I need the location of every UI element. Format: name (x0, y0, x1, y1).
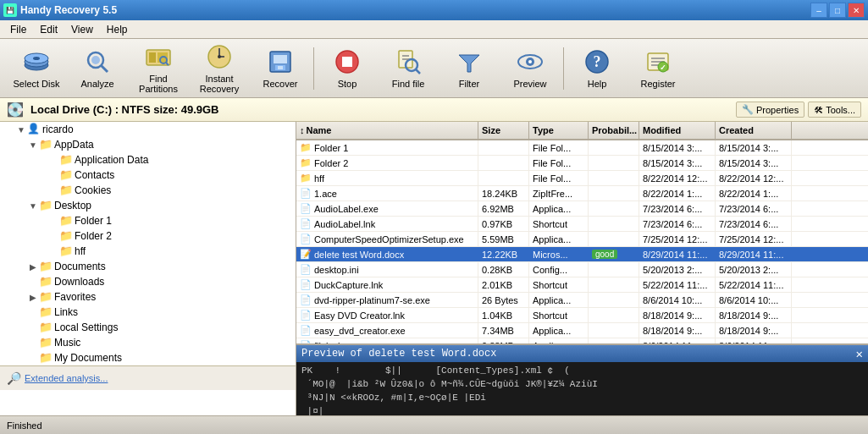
table-row[interactable]: 📄AudioLabel.lnk0.97KBShortcut7/23/2014 6… (296, 217, 868, 232)
tree-item-contacts[interactable]: ▶ 📁 Contacts (0, 168, 296, 183)
table-row[interactable]: 📄desktop.ini0.28KBConfig...5/20/2013 2:.… (296, 262, 868, 277)
header-created[interactable]: Created (716, 122, 792, 139)
analyze-button[interactable]: Analyze (68, 44, 127, 93)
tree-icon-cookies: 📁 (59, 184, 73, 197)
stop-button[interactable]: Stop (318, 44, 377, 93)
select-disk-icon (23, 48, 50, 75)
close-button[interactable]: ✕ (848, 3, 865, 18)
file-created-cell: 8/18/2014 9:... (716, 308, 792, 322)
extended-analysis-link[interactable]: Extended analysis... (25, 373, 108, 383)
tree-icon-hff: 📁 (59, 244, 73, 258)
tree-icon-contacts: 📁 (59, 168, 73, 182)
tree-icon-documents: 📁 (39, 260, 53, 273)
expand-appdata[interactable]: ▼ (27, 139, 39, 151)
help-label: Help (588, 79, 607, 89)
header-name[interactable]: ↕ Name (296, 122, 478, 139)
tree-item-desktop[interactable]: ▼ 📁 Desktop (0, 198, 296, 213)
file-created-cell: 8/22/2014 1:... (716, 186, 792, 201)
header-modified[interactable]: Modified (639, 122, 716, 139)
status-text: Finished (7, 420, 42, 431)
filter-button[interactable]: Filter (440, 44, 499, 93)
tools-button[interactable]: 🛠 Tools... (808, 102, 861, 118)
tree-label-music: Music (54, 337, 80, 349)
minimize-button[interactable]: – (810, 3, 827, 18)
file-size-cell: 0.97KB (478, 217, 529, 231)
tree-item-downloads[interactable]: ▶ 📁 Downloads (0, 274, 296, 289)
preview-button[interactable]: Preview (500, 44, 560, 93)
menu-file[interactable]: File (3, 22, 33, 37)
preview-close-button[interactable]: ✕ (856, 347, 863, 361)
tree-item-my-documents[interactable]: ▶ 📁 My Documents (0, 350, 296, 365)
file-name-cell: 📄1.ace (296, 186, 478, 201)
table-row[interactable]: 📁Folder 1File Fol...8/15/2014 3:...8/15/… (296, 140, 868, 156)
header-probability[interactable]: Probabil... (589, 122, 639, 139)
tree-item-links[interactable]: ▶ 📁 Links (0, 305, 296, 320)
menu-edit[interactable]: Edit (33, 22, 64, 37)
extended-analysis-icon: 🔎 (7, 371, 21, 385)
tree-item-hff[interactable]: ▶ 📁 hff (0, 244, 296, 259)
file-modified-cell: 5/20/2013 2:... (639, 262, 716, 277)
maximize-button[interactable]: □ (829, 3, 846, 18)
file-modified-cell: 7/23/2014 6:... (639, 217, 716, 231)
table-row[interactable]: 📁Folder 2File Fol...8/15/2014 3:...8/15/… (296, 156, 868, 171)
properties-button[interactable]: 🔧 Properties (736, 102, 804, 118)
tree-label-favorites: Favorites (54, 291, 96, 303)
file-name-cell: 📁Folder 1 (296, 140, 478, 155)
file-type-cell: File Fol... (529, 156, 589, 170)
expand-documents[interactable]: ▶ (27, 261, 39, 272)
register-button[interactable]: ✓ Register (628, 44, 688, 93)
table-row[interactable]: 📝delete test Word.docx12.22KBMicros...go… (296, 247, 868, 262)
file-list[interactable]: 📁Folder 1File Fol...8/15/2014 3:...8/15/… (296, 140, 868, 343)
expand-favorites[interactable]: ▶ (27, 291, 39, 303)
tree-item-local-settings[interactable]: ▶ 📁 Local Settings (0, 320, 296, 335)
table-row[interactable]: 📄Easy DVD Creator.lnk1.04KBShortcut8/18/… (296, 308, 868, 323)
tree-item-cookies[interactable]: ▶ 📁 Cookies (0, 183, 296, 198)
tree-item-ricardo[interactable]: ▼ 👤 ricardo (0, 122, 296, 137)
file-type-cell: Applica... (529, 293, 589, 307)
find-partitions-button[interactable]: Find Partitions (129, 44, 188, 93)
tree-item-music[interactable]: ▶ 📁 Music (0, 335, 296, 350)
header-type[interactable]: Type (529, 122, 589, 139)
tree-item-favorites[interactable]: ▶ 📁 Favorites (0, 289, 296, 305)
file-header: ↕ Name Size Type Probabil... Modified Cr… (296, 122, 868, 140)
left-panel[interactable]: ▼ 👤 ricardo ▼ 📁 AppData ▶ 📁 Application … (0, 122, 296, 415)
tree-item-application-data[interactable]: ▶ 📁 Application Data (0, 152, 296, 168)
table-row[interactable]: 📄dvd-ripper-platinum7-se.exe26 BytesAppl… (296, 293, 868, 308)
table-row[interactable]: 📄easy_dvd_creator.exe7.34MBApplica...8/1… (296, 323, 868, 338)
table-row[interactable]: 📁hffFile Fol...8/22/2014 12:...8/22/2014… (296, 171, 868, 186)
file-name-cell: 📁hff (296, 171, 478, 185)
expand-ricardo[interactable]: ▼ (15, 124, 27, 135)
recover-button[interactable]: Recover (251, 44, 310, 93)
tree-item-folder1[interactable]: ▶ 📁 Folder 1 (0, 213, 296, 228)
table-row[interactable]: 📄AudioLabel.exe6.92MBApplica...7/23/2014… (296, 201, 868, 217)
file-created-cell: 8/15/2014 3:... (716, 140, 792, 155)
help-button[interactable]: ? Help (567, 44, 627, 93)
file-type-cell: Config... (529, 262, 589, 277)
svg-text:✓: ✓ (660, 63, 666, 72)
stop-label: Stop (338, 79, 357, 89)
tree-item-folder2[interactable]: ▶ 📁 Folder 2 (0, 228, 296, 244)
table-row[interactable]: 📄DuckCapture.lnk2.01KBShortcut5/22/2014 … (296, 277, 868, 293)
table-row[interactable]: 📄ComputerSpeedOptimizerSetup.exe5.59MBAp… (296, 232, 868, 247)
menu-help[interactable]: Help (100, 22, 135, 37)
tools-label: Tools... (826, 105, 855, 115)
file-modified-cell: 7/25/2014 12:... (639, 232, 716, 246)
table-row[interactable]: 📄1.ace18.24KBZipItFre...8/22/2014 1:...8… (296, 186, 868, 201)
menu-view[interactable]: View (64, 22, 100, 37)
file-probability-cell (589, 293, 639, 307)
select-disk-button[interactable]: Select Disk (7, 44, 66, 93)
tools-icon: 🛠 (814, 105, 823, 115)
analyze-label: Analyze (80, 79, 113, 89)
title-bar-controls: – □ ✕ (810, 3, 865, 18)
app-icon: 💾 (3, 3, 17, 17)
file-name-cell: 📄ComputerSpeedOptimizerSetup.exe (296, 232, 478, 246)
tree-item-documents[interactable]: ▶ 📁 Documents (0, 259, 296, 274)
instant-recovery-button[interactable]: Instant Recovery (190, 44, 249, 93)
find-file-button[interactable]: Find file (379, 44, 438, 93)
right-panel: ↕ Name Size Type Probabil... Modified Cr… (296, 122, 868, 415)
file-probability-cell: good (589, 247, 639, 261)
header-size[interactable]: Size (478, 122, 529, 139)
properties-icon: 🔧 (742, 104, 754, 115)
expand-desktop[interactable]: ▼ (27, 200, 39, 212)
tree-item-appdata[interactable]: ▼ 📁 AppData (0, 137, 296, 152)
